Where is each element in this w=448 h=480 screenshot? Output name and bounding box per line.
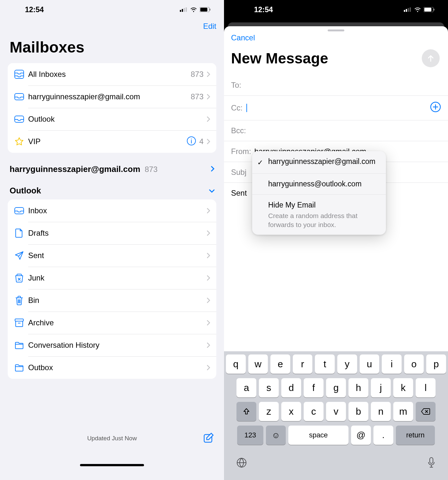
trash-icon (12, 295, 26, 305)
key-j[interactable]: j (371, 378, 391, 397)
battery-icon (424, 7, 435, 12)
from-option-hide-email[interactable]: Hide My Email Create a random address th… (252, 195, 386, 234)
return-key[interactable]: return (396, 426, 435, 445)
key-n[interactable]: n (371, 402, 391, 421)
key-i[interactable]: i (382, 354, 402, 374)
mailbox-label: Outlook (28, 115, 207, 124)
emoji-key[interactable]: ☺ (266, 426, 286, 445)
folder-label: Inbox (28, 206, 207, 215)
globe-icon[interactable] (236, 457, 247, 469)
key-s[interactable]: s (259, 378, 279, 397)
chevron-down-icon (209, 186, 215, 196)
from-option-sub: Create a random address that forwards to… (268, 211, 380, 229)
svg-rect-1 (182, 9, 183, 12)
chevron-right-icon (207, 297, 211, 303)
folder-bin[interactable]: Bin (8, 289, 216, 312)
cellular-icon (180, 7, 188, 12)
key-x[interactable]: x (281, 402, 301, 421)
key-g[interactable]: g (326, 378, 346, 397)
backspace-key[interactable] (416, 402, 436, 421)
bcc-label: Bcc: (231, 126, 246, 135)
status-icons (404, 7, 435, 12)
key-k[interactable]: k (393, 378, 413, 397)
chevron-right-icon (207, 94, 211, 100)
from-option-outlook[interactable]: harryguinness@outlook.com (252, 174, 386, 195)
account-section-outlook[interactable]: Outlook (0, 178, 224, 199)
key-y[interactable]: y (337, 354, 357, 374)
mic-icon[interactable] (427, 457, 436, 470)
key-c[interactable]: c (304, 402, 324, 421)
send-button[interactable] (422, 49, 440, 67)
account-label: harryguinnesszapier@gmail.com (10, 164, 140, 174)
key-e[interactable]: e (270, 354, 290, 374)
key-b[interactable]: b (348, 402, 368, 421)
info-icon[interactable] (187, 136, 196, 147)
key-h[interactable]: h (348, 378, 368, 397)
chevron-right-icon (207, 253, 211, 258)
mailbox-outlook[interactable]: Outlook (8, 108, 216, 130)
key-l[interactable]: l (416, 378, 436, 397)
key-d[interactable]: d (281, 378, 301, 397)
dot-key[interactable]: . (373, 426, 393, 445)
at-key[interactable]: @ (351, 426, 371, 445)
folder-icon (12, 341, 26, 349)
key-w[interactable]: w (248, 354, 268, 374)
numbers-key[interactable]: 123 (237, 426, 263, 445)
mailbox-label: All Inboxes (28, 70, 191, 79)
edit-button[interactable]: Edit (203, 22, 216, 31)
key-u[interactable]: u (360, 354, 380, 374)
folder-label: Archive (28, 318, 207, 327)
folder-outbox[interactable]: Outbox (8, 356, 216, 379)
wifi-icon (414, 7, 421, 12)
svg-rect-2 (184, 8, 185, 12)
bcc-field[interactable]: Bcc: (224, 120, 448, 141)
star-icon (12, 137, 26, 146)
toolbar: Updated Just Now (0, 426, 224, 480)
cancel-button[interactable]: Cancel (231, 33, 255, 42)
folder-inbox[interactable]: Inbox (8, 199, 216, 222)
to-field[interactable]: To: (224, 75, 448, 96)
account-section-gmail[interactable]: harryguinnesszapier@gmail.com 873 (0, 162, 224, 178)
svg-rect-3 (186, 7, 187, 12)
cc-field[interactable]: Cc: (224, 96, 448, 120)
key-t[interactable]: t (315, 354, 335, 374)
folder-junk[interactable]: Junk (8, 267, 216, 289)
compose-title: New Message (231, 50, 328, 67)
key-a[interactable]: a (236, 378, 256, 397)
space-key[interactable]: space (288, 426, 348, 445)
check-placeholder (257, 200, 265, 229)
chevron-right-icon (207, 230, 211, 236)
svg-rect-20 (424, 8, 431, 12)
key-o[interactable]: o (404, 354, 424, 374)
key-v[interactable]: v (326, 402, 346, 421)
battery-icon (200, 7, 211, 12)
compose-button[interactable] (203, 432, 214, 445)
folder-archive[interactable]: Archive (8, 312, 216, 334)
from-label: From: (231, 147, 251, 156)
paperplane-icon (12, 251, 26, 260)
add-contact-button[interactable] (430, 102, 441, 114)
junk-icon (12, 273, 26, 283)
svg-rect-15 (404, 10, 405, 12)
svg-rect-13 (15, 319, 23, 321)
key-z[interactable]: z (259, 402, 279, 421)
folder-conversation-history[interactable]: Conversation History (8, 334, 216, 356)
key-p[interactable]: p (426, 354, 446, 374)
key-r[interactable]: r (293, 354, 313, 374)
key-q[interactable]: q (226, 354, 246, 374)
mailbox-vip[interactable]: VIP 4 (8, 130, 216, 153)
keyboard: q w e r t y u i o p a s d f g h j k l (224, 351, 448, 480)
from-option-gmail[interactable]: ✓ harryguinnesszapier@gmail.com (252, 151, 386, 174)
mailbox-all-inboxes[interactable]: All Inboxes 873 (8, 63, 216, 85)
folder-drafts[interactable]: Drafts (8, 222, 216, 244)
folder-sent[interactable]: Sent (8, 244, 216, 267)
from-address-menu: ✓ harryguinnesszapier@gmail.com harrygui… (252, 151, 386, 235)
account-count: 873 (145, 165, 157, 174)
chevron-right-icon (207, 275, 211, 281)
key-m[interactable]: m (393, 402, 413, 421)
svg-rect-6 (210, 9, 211, 11)
shift-key[interactable] (236, 402, 256, 421)
compose-screen: 12:54 Cancel New Message To: Cc: (224, 0, 448, 480)
mailbox-gmail[interactable]: harryguinnesszapier@gmail.com 873 (8, 85, 216, 108)
key-f[interactable]: f (304, 378, 324, 397)
